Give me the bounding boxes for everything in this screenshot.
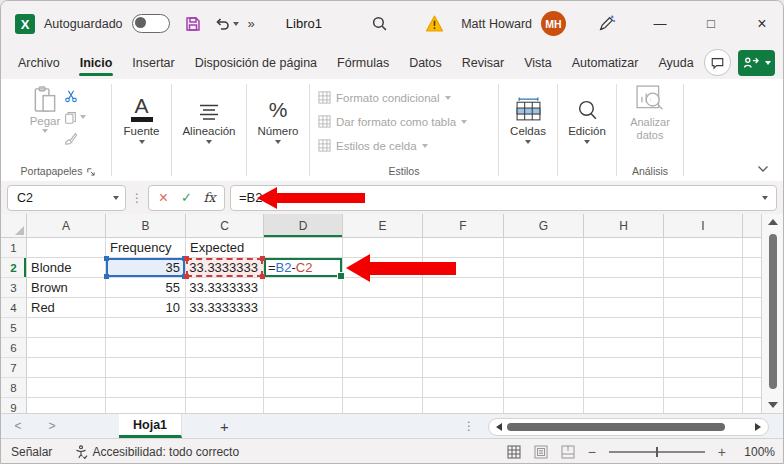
search-icon[interactable] [371,15,388,32]
cell-b4[interactable]: 10 [106,298,186,318]
cell-i7[interactable] [664,358,743,378]
minimize-button[interactable]: — [639,1,681,46]
cell-d5[interactable] [264,318,343,338]
cell-a6[interactable] [27,338,106,358]
cell-g9[interactable] [504,398,584,413]
cell-g8[interactable] [504,378,584,398]
cell-g3[interactable] [504,278,584,298]
formato-condicional-button[interactable]: Formato condicional [318,87,467,108]
undo-icon[interactable] [214,16,239,32]
cell-a2[interactable]: Blonde [27,258,106,278]
select-all-corner[interactable] [1,214,27,238]
cell-d8[interactable] [264,378,343,398]
cell-d4[interactable] [264,298,343,318]
cell-c3[interactable]: 33.3333333 [186,278,264,298]
cut-button[interactable] [64,88,86,104]
column-header-h[interactable]: H [584,214,664,238]
expand-formula-bar-icon[interactable] [762,196,768,200]
scroll-right-icon[interactable] [755,423,761,431]
cell-f6[interactable] [423,338,504,358]
cell-b5[interactable] [106,318,186,338]
cell-b7[interactable] [106,358,186,378]
cell-a1[interactable] [27,238,106,258]
normal-view-icon[interactable] [507,445,521,459]
cell-i6[interactable] [664,338,743,358]
row-header-8[interactable]: 8 [1,378,27,398]
cell-a4[interactable]: Red [27,298,106,318]
autosave-toggle[interactable] [132,14,170,33]
avatar[interactable]: MH [541,11,566,36]
cell-d1[interactable] [264,238,343,258]
cell-g7[interactable] [504,358,584,378]
row-header-9[interactable]: 9 [1,398,27,413]
cell-c8[interactable] [186,378,264,398]
cell-h9[interactable] [584,398,664,413]
cell-h2[interactable] [584,258,664,278]
splitter-dots-icon[interactable]: ⋮ [463,419,475,433]
row-header-1[interactable]: 1 [1,238,27,258]
editing-group-button[interactable]: Edición [560,79,614,181]
ribbon-tab-datos[interactable]: Datos [399,48,452,78]
cell-h8[interactable] [584,378,664,398]
analyze-data-button[interactable]: Analizar datos [624,79,676,141]
cell-c7[interactable] [186,358,264,378]
zoom-level[interactable]: 100% [739,445,775,459]
column-header-d[interactable]: D [264,214,343,238]
cell-f5[interactable] [423,318,504,338]
cell-h6[interactable] [584,338,664,358]
cell-h3[interactable] [584,278,664,298]
zoom-in-button[interactable]: + [718,444,726,460]
cell-i4[interactable] [664,298,743,318]
enter-button[interactable]: ✓ [176,190,197,205]
horizontal-scroll-thumb[interactable] [507,423,725,431]
ribbon-tab-vista[interactable]: Vista [514,48,562,78]
cell-g2[interactable] [504,258,584,278]
row-header-4[interactable]: 4 [1,298,27,318]
insert-function-button[interactable]: fx [199,190,220,205]
paste-button[interactable]: Pegar [30,86,61,146]
cells-group-button[interactable]: Celdas [501,79,555,181]
worksheet-grid[interactable]: ABCDEFGHI1FrequencyExpected2Blonde3533.3… [1,214,783,413]
ribbon-tab-archivo[interactable]: Archivo [8,48,70,78]
cell-d9[interactable] [264,398,343,413]
cell-d7[interactable] [264,358,343,378]
column-header-f[interactable]: F [423,214,504,238]
cell-c1[interactable]: Expected [186,238,264,258]
cell-b2[interactable]: 35 [106,258,186,278]
cell-h1[interactable] [584,238,664,258]
cell-e4[interactable] [343,298,423,318]
row-header-3[interactable]: 3 [1,278,27,298]
cell-h5[interactable] [584,318,664,338]
cell-c6[interactable] [186,338,264,358]
ribbon-tab-ayuda[interactable]: Ayuda [648,48,703,78]
scroll-down-icon[interactable] [768,402,778,408]
cell-f4[interactable] [423,298,504,318]
cell-i2[interactable] [664,258,743,278]
ribbon-tab-insertar[interactable]: Insertar [122,48,184,78]
share-button[interactable] [738,50,775,76]
font-group-button[interactable]: A Fuente [114,79,169,181]
cell-b1[interactable]: Frequency [106,238,186,258]
ribbon-tab-inicio[interactable]: Inicio [70,48,123,78]
cell-b9[interactable] [106,398,186,413]
formula-bar-dots-icon[interactable]: ⋮ [131,191,143,205]
cell-f9[interactable] [423,398,504,413]
cell-i8[interactable] [664,378,743,398]
row-header-2[interactable]: 2 [1,258,27,278]
cell-g1[interactable] [504,238,584,258]
sheet-nav-left-icon[interactable]: < [1,419,35,433]
cell-d2[interactable]: =B2-C2 [264,258,343,278]
cell-a5[interactable] [27,318,106,338]
number-group-button[interactable]: % Número [249,79,307,181]
cell-c4[interactable]: 33.3333333 [186,298,264,318]
cell-a8[interactable] [27,378,106,398]
cell-e6[interactable] [343,338,423,358]
cell-a9[interactable] [27,398,106,413]
zoom-slider[interactable] [609,451,705,453]
row-header-7[interactable]: 7 [1,358,27,378]
column-header-c[interactable]: C [186,214,264,238]
ribbon-tab-disposicion-de-pagina[interactable]: Disposición de página [185,48,327,78]
name-box[interactable]: C2 [7,185,126,211]
save-icon[interactable] [185,16,201,32]
column-header-b[interactable]: B [106,214,186,238]
